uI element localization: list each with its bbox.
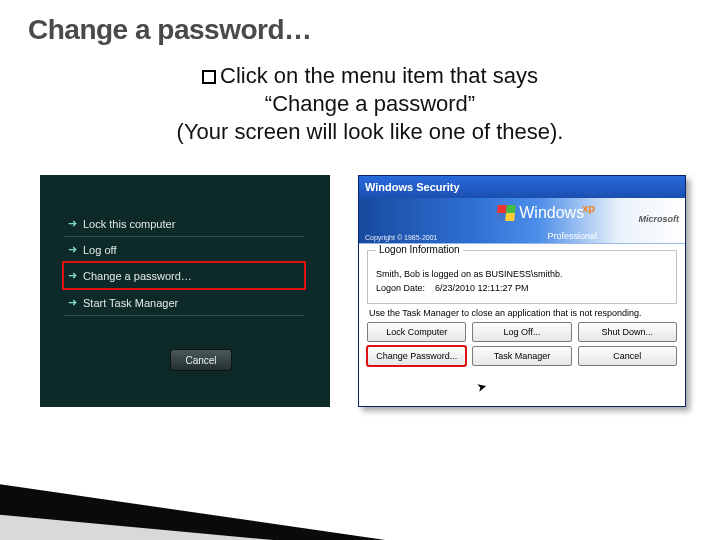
- logon-date-value: 6/23/2010 12:11:27 PM: [435, 283, 529, 293]
- task-manager-button[interactable]: Task Manager: [472, 346, 571, 366]
- arrow-icon: ➜: [68, 296, 77, 309]
- cancel-button[interactable]: Cancel: [578, 346, 677, 366]
- vista-item-logoff[interactable]: ➜ Log off: [64, 237, 304, 263]
- svg-marker-0: [0, 480, 510, 540]
- log-off-button[interactable]: Log Off...: [472, 322, 571, 342]
- svg-marker-1: [0, 512, 490, 540]
- bullet-box-icon: [202, 70, 216, 84]
- logged-on-text: Smith, Bob is logged on as BUSINESS\smit…: [376, 269, 563, 279]
- vista-item-lock[interactable]: ➜ Lock this computer: [64, 211, 304, 237]
- instruction-line1: Click on the menu item that says: [220, 63, 538, 88]
- logo-xp: xp: [582, 202, 595, 214]
- shut-down-button[interactable]: Shut Down...: [578, 322, 677, 342]
- instruction-line3: (Your screen will look like one of these…: [177, 119, 564, 144]
- arrow-icon: ➜: [68, 243, 77, 256]
- arrow-icon: ➜: [68, 217, 77, 230]
- vista-item-label: Start Task Manager: [83, 297, 178, 309]
- vista-security-panel: ➜ Lock this computer ➜ Log off ➜ Change …: [40, 175, 330, 407]
- windows-logo: Windowsxp: [497, 204, 597, 222]
- decorative-swoosh: [0, 420, 510, 540]
- lock-computer-button[interactable]: Lock Computer: [367, 322, 466, 342]
- change-password-button[interactable]: Change Password...: [367, 346, 466, 366]
- slide-title: Change a password…: [28, 14, 312, 46]
- vista-item-label: Change a password…: [83, 270, 192, 282]
- xp-security-dialog: Windows Security Copyright © 1985-2001 W…: [358, 175, 686, 407]
- vista-item-label: Log off: [83, 244, 116, 256]
- task-manager-hint: Use the Task Manager to close an applica…: [369, 308, 675, 318]
- xp-titlebar: Windows Security: [359, 176, 685, 198]
- instruction-line2: “Change a password”: [265, 91, 475, 116]
- group-legend: Logon Information: [376, 244, 463, 255]
- logo-text: Windows: [519, 204, 584, 221]
- xp-banner: Copyright © 1985-2001 Windowsxp Professi…: [359, 198, 685, 244]
- vista-item-change-password[interactable]: ➜ Change a password…: [62, 261, 306, 290]
- logon-date-label: Logon Date:: [376, 283, 425, 293]
- microsoft-label: Microsoft: [639, 214, 680, 224]
- xp-copyright: Copyright © 1985-2001: [365, 234, 437, 241]
- logon-info-group: Logon Information Smith, Bob is logged o…: [367, 250, 677, 304]
- windows-flag-icon: [496, 205, 516, 221]
- cursor-icon: ➤: [475, 379, 488, 395]
- vista-cancel-button[interactable]: Cancel: [170, 349, 232, 371]
- vista-item-label: Lock this computer: [83, 218, 175, 230]
- instruction-text: Click on the menu item that says “Change…: [90, 62, 650, 146]
- arrow-icon: ➜: [68, 269, 77, 282]
- vista-item-task-manager[interactable]: ➜ Start Task Manager: [64, 290, 304, 316]
- xp-professional: Professional: [547, 231, 597, 241]
